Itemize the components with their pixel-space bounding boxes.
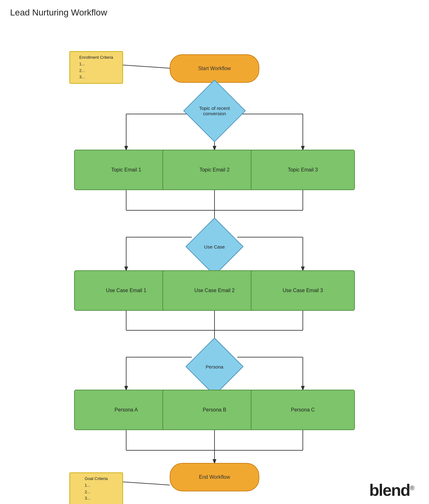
use-case-email-3-node[interactable]: Use Case Email 3 (251, 270, 355, 311)
use-case-node[interactable]: Use Case (192, 225, 237, 269)
persona-c-node[interactable]: Persona C (251, 390, 355, 430)
enrollment-criteria-label: Enrollment Criteria 1... 2... 3... (79, 54, 113, 81)
goal-criteria-node: Goal Criteria 1... 2... 3... (69, 472, 123, 504)
goal-criteria-label: Goal Criteria 1... 2... 3... (85, 476, 108, 502)
persona-node[interactable]: Persona (192, 345, 237, 389)
page-title: Lead Nurturing Workflow (0, 0, 429, 18)
start-workflow-node[interactable]: Start Workflow (170, 54, 259, 83)
svg-line-32 (123, 482, 170, 485)
enrollment-criteria-node: Enrollment Criteria 1... 2... 3... (69, 51, 123, 84)
svg-line-31 (123, 65, 170, 68)
diagram: Enrollment Criteria 1... 2... 3... Start… (0, 21, 429, 504)
topic-email-3-node[interactable]: Topic Email 3 (251, 150, 355, 190)
blend-logo: blend® (369, 481, 414, 500)
end-workflow-node[interactable]: End Workflow (170, 463, 259, 491)
topic-recent-conversion-node[interactable]: Topic of recent conversion (181, 87, 248, 135)
